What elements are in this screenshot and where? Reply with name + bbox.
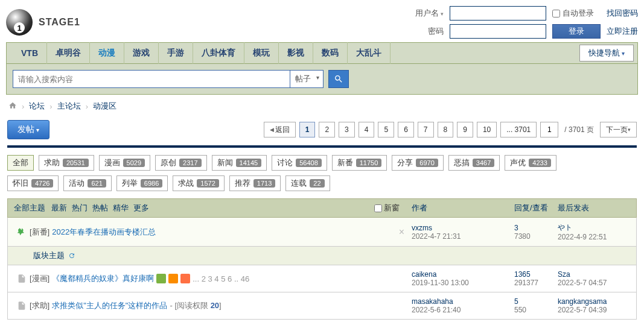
post-date: 2019-11-30 13:00 bbox=[412, 279, 469, 287]
author-link[interactable]: vxzms bbox=[412, 224, 432, 232]
search-icon bbox=[334, 74, 343, 84]
tag-filter[interactable]: 连载22 bbox=[285, 175, 330, 191]
page-total: / 3701 页 bbox=[562, 125, 596, 135]
tag-filter[interactable]: 新番11750 bbox=[332, 155, 387, 171]
tag-filter[interactable]: 推荐1713 bbox=[229, 175, 281, 191]
page-number[interactable]: 2 bbox=[319, 122, 335, 137]
nav-item[interactable]: 八卦体育 bbox=[193, 42, 244, 64]
col-reply[interactable]: 回复/查看 bbox=[514, 203, 558, 213]
close-icon[interactable]: × bbox=[399, 227, 404, 238]
breadcrumb-link[interactable]: 动漫区 bbox=[93, 101, 116, 112]
page-back-button[interactable]: 返回 bbox=[264, 122, 296, 137]
login-form: 用户名 自动登录 找回密码 密码 登录 立即注册 bbox=[415, 6, 638, 39]
tag-filter[interactable]: 怀旧4726 bbox=[7, 175, 59, 191]
password-input[interactable] bbox=[450, 24, 546, 39]
new-post-button[interactable]: 发帖 bbox=[7, 120, 49, 139]
thread-category: [新番] bbox=[30, 227, 49, 238]
post-date: 2022-4-7 21:31 bbox=[412, 232, 461, 241]
tag-filter[interactable]: 求助20531 bbox=[39, 155, 94, 171]
nav-item[interactable]: 大乱斗 bbox=[348, 42, 391, 64]
search-input[interactable] bbox=[13, 70, 290, 88]
refresh-icon[interactable] bbox=[68, 252, 75, 259]
nav-item[interactable]: 影视 bbox=[279, 42, 313, 64]
nav-item[interactable]: VTB bbox=[13, 42, 47, 64]
username-label[interactable]: 用户名 bbox=[415, 8, 444, 19]
search-type-select[interactable]: 帖子 bbox=[290, 70, 324, 88]
page-number[interactable]: 6 bbox=[398, 122, 414, 137]
last-user-link[interactable]: やト bbox=[558, 223, 572, 232]
thread-title-link[interactable]: 求推类似"主人的任务"这样的作品 bbox=[52, 300, 167, 311]
nav-item[interactable]: 动漫 bbox=[90, 42, 124, 64]
breadcrumb-link[interactable]: 主论坛 bbox=[57, 101, 81, 112]
tag-filter[interactable]: 原创2317 bbox=[155, 155, 206, 171]
sort-option[interactable]: 最新 bbox=[51, 203, 67, 213]
logo-area[interactable]: STAGE1 bbox=[6, 9, 415, 36]
tag-filter[interactable]: 活动621 bbox=[63, 175, 111, 191]
search-bar: 帖子 bbox=[6, 64, 638, 95]
tag-filter[interactable]: 新闻14145 bbox=[212, 155, 267, 171]
password-label: 密码 bbox=[415, 26, 444, 37]
page-number[interactable]: 1 bbox=[299, 122, 316, 137]
quick-nav-button[interactable]: 快捷导航 bbox=[579, 45, 634, 62]
nav-item[interactable]: 数码 bbox=[313, 42, 348, 64]
tag-filter[interactable]: 讨论56408 bbox=[272, 155, 327, 171]
page-number[interactable]: 5 bbox=[378, 122, 394, 137]
find-password-link[interactable]: 找回密码 bbox=[607, 8, 638, 19]
read-permission: - [阅读权限 20] bbox=[170, 300, 221, 311]
page-number[interactable]: ... 3701 bbox=[500, 122, 537, 137]
thread-pages[interactable]: ... 2 3 4 5 6 .. 46 bbox=[193, 274, 249, 283]
sort-option[interactable]: 更多 bbox=[133, 203, 149, 213]
tag-filter[interactable]: 求战1572 bbox=[173, 175, 224, 191]
page-number[interactable]: 10 bbox=[477, 122, 497, 137]
page-number[interactable]: 8 bbox=[438, 122, 454, 137]
last-user-link[interactable]: Sza bbox=[558, 270, 570, 279]
last-user-link[interactable]: kangkangsama bbox=[558, 297, 607, 306]
page-number[interactable]: 7 bbox=[418, 122, 434, 137]
author-link[interactable]: masakahaha bbox=[412, 297, 453, 306]
nav-item[interactable]: 游戏 bbox=[124, 42, 159, 64]
reply-count: 5 bbox=[514, 297, 518, 306]
tag-row: 全部求助20531漫画5029原创2317新闻14145讨论56408新番117… bbox=[0, 153, 644, 173]
author-link[interactable]: caikena bbox=[412, 270, 436, 279]
tag-filter[interactable]: 漫画5029 bbox=[99, 155, 150, 171]
tag-filter[interactable]: 列举6986 bbox=[116, 175, 168, 191]
page-input[interactable] bbox=[540, 122, 558, 137]
thread-row: [求助] 求推类似"主人的任务"这样的作品 - [阅读权限 20]masakah… bbox=[7, 292, 637, 320]
page-next-button[interactable]: 下一页 bbox=[600, 122, 637, 137]
page-number[interactable]: 4 bbox=[359, 122, 375, 137]
last-date: 2022-4-9 22:51 bbox=[558, 233, 607, 241]
page-number[interactable]: 3 bbox=[339, 122, 355, 137]
nav-item[interactable]: 模玩 bbox=[244, 42, 279, 64]
reply-count: 1365 bbox=[514, 270, 531, 279]
col-author[interactable]: 作者 bbox=[412, 203, 514, 213]
register-link[interactable]: 立即注册 bbox=[607, 26, 638, 37]
filter-all[interactable]: 全部主题 bbox=[14, 203, 45, 213]
view-count: 550 bbox=[514, 306, 526, 314]
nav-item[interactable]: 卓明谷 bbox=[47, 42, 90, 64]
col-last[interactable]: 最后发表 bbox=[558, 203, 630, 213]
tag-filter[interactable]: 恶搞3467 bbox=[448, 155, 500, 171]
nav-bar: VTB卓明谷动漫游戏手游八卦体育模玩影视数码大乱斗 快捷导航 bbox=[6, 42, 638, 64]
sort-option[interactable]: 热帖 bbox=[92, 203, 108, 213]
thread-title-link[interactable]: 2022年春季在播动画专楼汇总 bbox=[52, 227, 156, 238]
nav-item[interactable]: 手游 bbox=[159, 42, 193, 64]
autologin-checkbox[interactable]: 自动登录 bbox=[552, 8, 601, 19]
breadcrumb: › 论坛 › 主论坛 › 动漫区 bbox=[0, 95, 644, 118]
breadcrumb-link[interactable]: 论坛 bbox=[29, 101, 45, 112]
username-input[interactable] bbox=[450, 6, 546, 21]
divider bbox=[7, 145, 637, 148]
sort-option[interactable]: 热门 bbox=[72, 203, 88, 213]
search-button[interactable] bbox=[328, 70, 349, 88]
sort-option[interactable]: 精华 bbox=[113, 203, 129, 213]
login-button[interactable]: 登录 bbox=[552, 24, 601, 39]
home-icon[interactable] bbox=[8, 101, 17, 112]
newwindow-checkbox[interactable]: 新窗 bbox=[374, 203, 400, 213]
page-number[interactable]: 9 bbox=[457, 122, 473, 137]
thread-title-link[interactable]: 《魔都精兵的奴隶》真好康啊 bbox=[52, 273, 154, 284]
tag-filter[interactable]: 全部 bbox=[7, 155, 34, 171]
reply-count: 3 bbox=[514, 224, 518, 232]
tag-filter[interactable]: 声优4233 bbox=[505, 155, 556, 171]
view-count: 7380 bbox=[514, 232, 531, 241]
badge-icon bbox=[156, 274, 166, 283]
tag-filter[interactable]: 分享6970 bbox=[392, 155, 443, 171]
